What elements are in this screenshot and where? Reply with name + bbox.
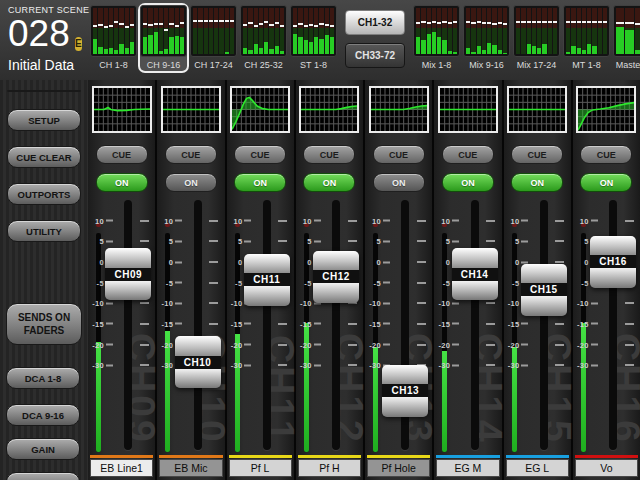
channel-name-row[interactable]: Vo <box>573 455 640 480</box>
fader-position-dash <box>269 24 273 26</box>
on-button[interactable]: ON <box>96 173 148 192</box>
fader-position-dash <box>293 25 297 27</box>
fader-scale-tick: 5 <box>88 237 113 246</box>
fader-cap-top <box>452 248 498 268</box>
fader-cap[interactable]: CH15 <box>521 264 567 316</box>
channel-name-label[interactable]: EG M <box>436 459 499 477</box>
meter-level <box>259 48 263 54</box>
on-button[interactable]: ON <box>303 173 355 192</box>
eq-thumbnail[interactable] <box>299 86 359 133</box>
meter-block-mix-1-8[interactable]: Mix 1-8 <box>413 5 460 71</box>
channel-name-row[interactable]: EG L <box>504 455 571 480</box>
channel-name-row[interactable]: EB Line1 <box>88 455 155 480</box>
fader-position-dash <box>319 23 323 25</box>
channel-name-row[interactable]: Pf Hole <box>365 455 432 480</box>
cue-button[interactable]: CUE <box>234 145 286 164</box>
fader-cap[interactable]: CH16 <box>590 236 636 288</box>
eq-thumbnail[interactable] <box>161 86 221 133</box>
meter-block-mix-17-24[interactable]: Mix 17-24 <box>513 5 560 71</box>
bank-button-ch1-32[interactable]: CH1-32 <box>345 10 405 35</box>
fader-cap-bottom <box>452 281 498 301</box>
channel-name-label[interactable]: Pf H <box>298 459 361 477</box>
channel-name-row[interactable]: Pf L <box>227 455 294 480</box>
fader-cap[interactable]: CH13 <box>382 365 428 417</box>
sidebar-button-setup[interactable]: SETUP <box>7 109 81 131</box>
sidebar-button-outports[interactable]: OUTPORTS <box>7 183 81 205</box>
eq-thumbnail[interactable] <box>230 86 290 133</box>
meter-level <box>325 35 329 54</box>
fader-cap[interactable]: CH10 <box>175 336 221 388</box>
meter-block-ch-1-8[interactable]: CH 1-8 <box>90 5 137 71</box>
sidebar-button-long-faders[interactable]: LONG FADERS <box>6 472 80 480</box>
meter-block-st-1-8[interactable]: ST 1-8 <box>290 5 337 71</box>
sidebar-button-utility[interactable]: UTILITY <box>7 220 81 242</box>
fader-track[interactable] <box>124 200 132 450</box>
fader-cap[interactable]: CH14 <box>452 248 498 300</box>
cue-button[interactable]: CUE <box>165 145 217 164</box>
bank-button-ch33-72[interactable]: CH33-72 <box>345 43 405 68</box>
meter-block-ch-9-16[interactable]: CH 9-16 <box>140 5 187 71</box>
channel-name-label[interactable]: Vo <box>575 459 638 477</box>
fader-cap[interactable]: CH12 <box>313 251 359 303</box>
on-button[interactable]: ON <box>580 173 632 192</box>
channel-name-label[interactable]: Pf L <box>229 459 292 477</box>
channel-name-label[interactable]: EB Line1 <box>90 459 153 477</box>
meter-block-mix-9-16[interactable]: Mix 9-16 <box>463 5 510 71</box>
cue-button[interactable]: CUE <box>96 145 148 164</box>
fader-scale-dash <box>314 323 321 325</box>
sidebar-button-gain[interactable]: GAIN <box>6 438 80 460</box>
eq-thumbnail[interactable] <box>507 86 567 133</box>
fader-scale-dash-right <box>417 323 426 325</box>
channel-name-row[interactable]: EG M <box>434 455 501 480</box>
sidebar-button-sends-on-faders[interactable]: SENDS ON FADERS <box>6 303 82 345</box>
meter-block-ch-17-24[interactable]: CH 17-24 <box>190 5 237 71</box>
sidebar-button-dca-9-16[interactable]: DCA 9-16 <box>6 404 80 426</box>
channel-name-label[interactable]: Pf Hole <box>367 459 430 477</box>
meter-column <box>492 8 496 54</box>
fader-track[interactable] <box>332 200 340 450</box>
fader-position-dash <box>625 22 633 24</box>
meter-block-master[interactable]: Master <box>613 5 640 71</box>
meter-level <box>577 48 581 54</box>
fader-scale-tick: -15 <box>504 319 529 328</box>
cue-button[interactable]: CUE <box>373 145 425 164</box>
channel-name-label[interactable]: EB Mic <box>159 459 222 477</box>
on-button[interactable]: ON <box>373 173 425 192</box>
cue-button[interactable]: CUE <box>580 145 632 164</box>
fader-cap[interactable]: CH11 <box>244 254 290 306</box>
sidebar-button-cue-clear[interactable]: CUE CLEAR <box>7 146 81 168</box>
channel-name-label[interactable]: EG L <box>506 459 569 477</box>
fader-scale-dash-right <box>278 364 287 366</box>
fader-cap-top <box>590 236 636 256</box>
fader-scale-dash <box>452 344 459 346</box>
fader-scale-label: -20 <box>438 340 450 349</box>
fader-scale-dash-right <box>140 344 149 346</box>
cue-button[interactable]: CUE <box>303 145 355 164</box>
cue-button[interactable]: CUE <box>442 145 494 164</box>
on-button[interactable]: ON <box>511 173 563 192</box>
eq-thumbnail[interactable] <box>369 86 429 133</box>
fader-track[interactable] <box>471 200 479 450</box>
meter-level <box>275 46 279 54</box>
eq-thumbnail[interactable] <box>438 86 498 133</box>
current-scene-panel[interactable]: CURRENT SCENE 028 E Initial Data <box>0 0 88 80</box>
meter-column <box>114 8 118 54</box>
fader-cap[interactable]: CH09 <box>105 248 151 300</box>
meter-block-mt-1-8[interactable]: MT 1-8 <box>563 5 610 71</box>
channel-name-row[interactable]: EB Mic <box>157 455 224 480</box>
eq-thumbnail[interactable] <box>92 86 152 133</box>
channel-name-row[interactable]: Pf H <box>296 455 363 480</box>
on-button[interactable]: ON <box>234 173 286 192</box>
fader-track[interactable] <box>263 200 271 450</box>
on-button[interactable]: ON <box>165 173 217 192</box>
cue-button[interactable]: CUE <box>511 145 563 164</box>
fader-track[interactable] <box>194 200 202 450</box>
fader-scale-label: 5 <box>307 237 311 246</box>
fader-track[interactable] <box>540 200 548 450</box>
meter-block-ch-25-32[interactable]: CH 25-32 <box>240 5 287 71</box>
sidebar-button-dca-1-8[interactable]: DCA 1-8 <box>6 367 80 389</box>
fader-position-dash <box>471 22 475 24</box>
fader-position-dash <box>298 23 302 25</box>
eq-thumbnail[interactable] <box>576 86 636 133</box>
on-button[interactable]: ON <box>442 173 494 192</box>
